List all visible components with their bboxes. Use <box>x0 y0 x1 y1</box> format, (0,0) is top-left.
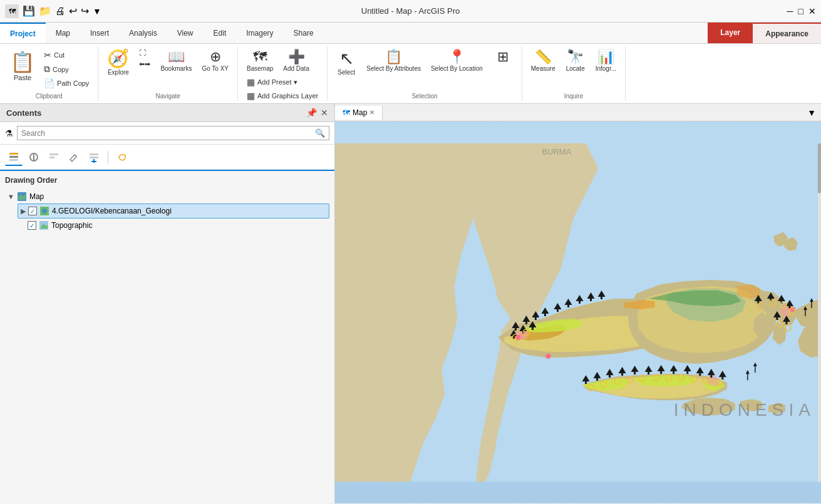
svg-rect-38 <box>590 299 592 301</box>
quick-access-print[interactable]: 🖨 <box>55 6 65 17</box>
search-input[interactable] <box>21 129 315 138</box>
list-by-selection-btn[interactable] <box>45 148 63 166</box>
layer-item-0[interactable]: ▶ ✓ 4.GEOLOGI/Kebencanaan_Geologi <box>18 203 329 219</box>
bookmarks-icon: 📖 <box>168 50 185 64</box>
clipboard-group: 📋 Paste ✂ Cut ⧉ Copy 📄 Path Copy <box>0 46 98 101</box>
selection-more-button[interactable]: ⊞ <box>489 48 517 68</box>
tab-insert[interactable]: Insert <box>80 23 119 43</box>
select-by-location-icon: 📍 <box>448 50 465 64</box>
paste-button[interactable]: 📋 Paste <box>5 48 40 90</box>
map-canvas[interactable]: INDONESIA BURMA <box>335 121 821 503</box>
more-tools-btn[interactable] <box>113 148 131 166</box>
layer-context-tab[interactable]: Layer <box>708 22 753 43</box>
select-by-attributes-button[interactable]: 📋 Select By Attributes <box>363 48 425 75</box>
layer-item-1[interactable]: ▶ ✓ Topographic <box>18 219 329 232</box>
svg-rect-32 <box>557 309 559 312</box>
add-preset-button[interactable]: ▦ Add Preset ▾ <box>243 76 301 88</box>
nav-arrows2-btn[interactable]: ⬅➡ <box>135 59 154 69</box>
filter-btn[interactable]: ⚗ <box>5 128 13 138</box>
map-tab-label: Map <box>353 108 367 117</box>
nav-extra-btns: ⛶ ⬅➡ <box>135 48 154 69</box>
quick-access-new[interactable]: 📁 <box>39 5 51 17</box>
indonesia-label: INDONESIA <box>674 400 815 419</box>
select-button[interactable]: ↖ Select <box>333 48 360 78</box>
locate-button[interactable]: 🔭 Locate <box>562 48 589 75</box>
explore-icon: 🧭 <box>107 50 129 68</box>
undo-btn[interactable]: ↩ <box>69 5 77 17</box>
list-by-source-btn[interactable] <box>25 148 43 166</box>
selection-group: ↖ Select 📋 Select By Attributes 📍 Select… <box>328 46 522 101</box>
svg-rect-56 <box>673 371 674 374</box>
svg-rect-62 <box>710 375 712 378</box>
map-tree-item[interactable]: ▼ Map <box>5 190 329 203</box>
cut-button[interactable]: ✂ Cut <box>40 49 93 61</box>
navigate-label: Navigate <box>155 91 180 100</box>
basemap-button[interactable]: 🗺 Basemap <box>243 48 277 75</box>
svg-point-98 <box>515 335 520 340</box>
tab-analysis[interactable]: Analysis <box>119 23 167 43</box>
map-tab[interactable]: 🗺 Map ✕ <box>335 106 383 120</box>
select-by-location-button[interactable]: 📍 Select By Location <box>427 48 487 75</box>
copy-button[interactable]: ⧉ Copy <box>40 63 93 76</box>
select-icon: ↖ <box>339 50 354 68</box>
svg-rect-9 <box>90 157 98 158</box>
path-copy-button[interactable]: 📄 Path Copy <box>40 77 93 90</box>
add-layer-btn[interactable] <box>85 148 103 166</box>
tab-edit[interactable]: Edit <box>204 23 237 43</box>
inquire-label: Inquire <box>564 91 584 100</box>
add-data-button[interactable]: ➕ Add Data <box>279 48 313 75</box>
add-graphics-layer-button[interactable]: ▦ Add Graphics Layer <box>243 90 322 102</box>
navigate-buttons: 🧭 Explore ⛶ ⬅➡ 📖 Bookmarks ⊕ Go To XY <box>103 48 232 91</box>
infographics-button[interactable]: 📊 Infogr... <box>592 48 620 75</box>
appearance-context-tab[interactable]: Appearance <box>753 22 821 43</box>
inquire-buttons: 📏 Measure 🔭 Locate 📊 Infogr... <box>527 48 620 91</box>
lasso-icon <box>116 152 128 163</box>
svg-rect-76 <box>785 322 787 324</box>
tab-project[interactable]: Project <box>0 23 46 43</box>
bookmarks-button[interactable]: 📖 Bookmarks <box>157 48 195 75</box>
svg-rect-64 <box>721 377 723 379</box>
map-tab-scroll[interactable]: ▼ <box>802 108 821 118</box>
layer-checkbox-0[interactable]: ✓ <box>28 207 37 215</box>
infographics-icon: 📊 <box>597 50 614 64</box>
layer-top-row: 🗺 Basemap ➕ Add Data <box>243 48 313 75</box>
explore-button[interactable]: 🧭 Explore <box>103 48 133 78</box>
path-copy-icon: 📄 <box>44 78 54 88</box>
redo-btn[interactable]: ↪ <box>81 5 89 17</box>
selection-label: Selection <box>411 91 437 100</box>
minimize-btn[interactable]: ─ <box>787 6 793 16</box>
sidebar-pin-btn[interactable]: 📌 <box>306 108 317 118</box>
drawing-order-label: Drawing Order <box>5 176 329 185</box>
customize-btn[interactable]: ▼ <box>93 6 101 16</box>
go-to-xy-icon: ⊕ <box>210 50 221 64</box>
list-by-drawing-order-btn[interactable] <box>5 148 23 166</box>
close-btn[interactable]: ✕ <box>808 6 816 16</box>
quick-access-save[interactable]: 💾 <box>23 5 35 17</box>
sidebar-close-btn[interactable]: ✕ <box>321 108 328 118</box>
svg-rect-20 <box>525 322 527 324</box>
go-to-xy-button[interactable]: ⊕ Go To XY <box>198 48 232 75</box>
map-label: Map <box>29 192 44 201</box>
clipboard-buttons: 📋 Paste ✂ Cut ⧉ Copy 📄 Path Copy <box>5 48 93 91</box>
svg-rect-108 <box>818 143 821 482</box>
sidebar-header: Contents 📌 ✕ <box>0 104 334 122</box>
contextual-tabs: Layer Appearance <box>708 22 821 43</box>
tab-share[interactable]: Share <box>284 23 324 43</box>
tab-imagery[interactable]: Imagery <box>236 23 283 43</box>
svg-rect-60 <box>699 373 701 376</box>
edit-view-btn[interactable] <box>65 148 83 166</box>
map-item-icon <box>17 192 27 202</box>
maximize-btn[interactable]: □ <box>798 6 803 16</box>
ribbon-tab-bar: Project Map Insert Analysis View Edit Im… <box>0 23 821 44</box>
clipboard-label: Clipboard <box>36 91 63 100</box>
map-tab-close[interactable]: ✕ <box>369 109 374 116</box>
svg-text:BURMA: BURMA <box>542 147 571 157</box>
search-box[interactable]: 🔍 <box>17 126 329 140</box>
navigate-group: 🧭 Explore ⛶ ⬅➡ 📖 Bookmarks ⊕ Go To XY Na… <box>98 46 238 101</box>
layer-label-1: Topographic <box>51 221 92 230</box>
nav-arrows-btn[interactable]: ⛶ <box>135 48 154 58</box>
tab-view[interactable]: View <box>167 23 204 43</box>
measure-button[interactable]: 📏 Measure <box>527 48 559 75</box>
layer-checkbox-1[interactable]: ✓ <box>28 221 36 230</box>
tab-map[interactable]: Map <box>46 23 80 43</box>
